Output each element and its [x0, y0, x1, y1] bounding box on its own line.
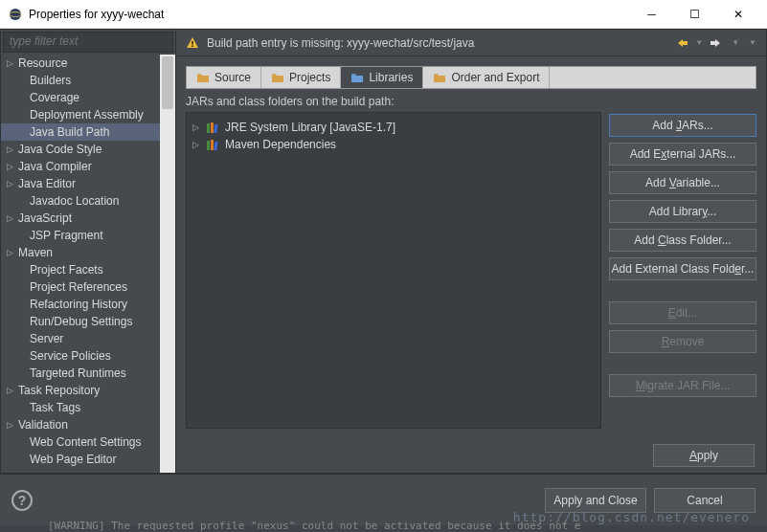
- remove-button: Remove: [609, 330, 756, 353]
- sidebar-item-resource[interactable]: ▷Resource: [1, 55, 175, 72]
- jar-item-label: Maven Dependencies: [225, 138, 336, 151]
- tree-arrow-icon: ▷: [7, 420, 18, 430]
- svg-rect-4: [207, 123, 210, 133]
- tree-arrow-icon: ▷: [7, 144, 18, 154]
- sidebar-item-label: Java Build Path: [30, 125, 109, 139]
- add-external-class-folder-button[interactable]: Add External Class Folder...: [609, 257, 756, 280]
- sidebar-item-targeted-runtimes[interactable]: Targeted Runtimes: [1, 365, 175, 382]
- warning-bar: Build path entry is missing: xyyy-wechat…: [176, 30, 766, 56]
- tab-libraries[interactable]: Libraries: [341, 67, 423, 88]
- tree-arrow-icon: ▷: [7, 179, 18, 188]
- titlebar: Properties for xyyy-wechat ─ ☐ ✕: [0, 0, 767, 29]
- sidebar-item-task-tags[interactable]: Task Tags: [1, 399, 175, 416]
- view-menu-icon[interactable]: ▼: [749, 38, 756, 47]
- apply-button[interactable]: Apply: [653, 444, 755, 467]
- properties-tree[interactable]: ▷ResourceBuildersCoverageDeployment Asse…: [1, 55, 175, 473]
- close-button[interactable]: ✕: [716, 1, 759, 28]
- cancel-button[interactable]: Cancel: [654, 488, 756, 513]
- scrollbar-thumb[interactable]: [162, 56, 173, 109]
- tab-icon: [433, 72, 446, 83]
- library-icon: [206, 139, 221, 151]
- sidebar-item-label: Project References: [30, 280, 127, 294]
- tab-icon: [350, 72, 364, 83]
- nav-back-dropdown[interactable]: ▼: [695, 38, 703, 47]
- tree-arrow-icon: ▷: [7, 162, 18, 171]
- tree-scrollbar[interactable]: [160, 55, 175, 473]
- sidebar-item-label: Refactoring History: [30, 298, 127, 311]
- sidebar-item-java-editor[interactable]: ▷Java Editor: [1, 175, 175, 192]
- sidebar-item-refactoring-history[interactable]: Refactoring History: [1, 296, 175, 313]
- sidebar-item-label: Service Policies: [30, 349, 111, 363]
- add-library-button[interactable]: Add Library...: [609, 200, 756, 223]
- sidebar-item-project-facets[interactable]: Project Facets: [1, 261, 175, 278]
- sidebar-item-java-compiler[interactable]: ▷Java Compiler: [1, 158, 175, 175]
- add-jars-button[interactable]: Add JARs...: [609, 114, 756, 137]
- sidebar-item-javadoc-location[interactable]: Javadoc Location: [1, 192, 175, 210]
- help-icon[interactable]: ?: [11, 490, 33, 511]
- jar-item[interactable]: ▷Maven Dependencies: [192, 136, 595, 153]
- sidebar-item-label: Builders: [30, 74, 71, 87]
- sidebar-item-maven[interactable]: ▷Maven: [1, 244, 175, 261]
- tree-arrow-icon: ▷: [7, 213, 18, 223]
- sidebar-item-task-repository[interactable]: ▷Task Repository: [1, 382, 175, 399]
- tree-arrow-icon: ▷: [7, 58, 18, 68]
- sidebar-item-label: Deployment Assembly: [30, 108, 144, 122]
- sidebar-item-label: Project Facets: [30, 263, 103, 277]
- svg-rect-8: [211, 140, 214, 150]
- jar-section-label: JARs and class folders on the build path…: [186, 95, 601, 108]
- svg-rect-7: [207, 141, 210, 150]
- nav-forward-dropdown[interactable]: ▼: [732, 38, 739, 47]
- svg-point-0: [10, 9, 21, 20]
- sidebar-item-web-page-editor[interactable]: Web Page Editor: [1, 451, 175, 468]
- add-external-jars-button[interactable]: Add External JARs...: [609, 143, 756, 166]
- sidebar-item-label: JSP Fragment: [30, 229, 102, 242]
- filter-input[interactable]: [10, 34, 167, 48]
- tabs-bar: SourceProjectsLibrariesOrder and Export: [186, 66, 756, 89]
- svg-rect-3: [192, 45, 193, 47]
- add-class-folder-button[interactable]: Add Class Folder...: [609, 229, 756, 252]
- sidebar-item-builders[interactable]: Builders: [1, 72, 175, 89]
- sidebar-item-java-code-style[interactable]: ▷Java Code Style: [1, 141, 175, 158]
- expand-arrow-icon[interactable]: ▷: [192, 122, 202, 132]
- sidebar-item-server[interactable]: Server: [1, 330, 175, 347]
- sidebar-item-label: Maven: [18, 246, 53, 259]
- expand-arrow-icon[interactable]: ▷: [192, 140, 202, 149]
- add-variable-button[interactable]: Add Variable...: [609, 171, 756, 194]
- jar-item[interactable]: ▷JRE System Library [JavaSE-1.7]: [192, 119, 595, 136]
- jar-item-label: JRE System Library [JavaSE-1.7]: [225, 121, 395, 134]
- maximize-button[interactable]: ☐: [673, 1, 716, 28]
- sidebar-item-run-debug-settings[interactable]: Run/Debug Settings: [1, 313, 175, 330]
- svg-rect-5: [211, 122, 214, 133]
- tab-order-and-export[interactable]: Order and Export: [423, 67, 550, 88]
- sidebar-item-web-content-settings[interactable]: Web Content Settings: [1, 433, 175, 451]
- svg-rect-6: [214, 123, 217, 132]
- svg-rect-9: [214, 141, 217, 149]
- sidebar-item-java-build-path[interactable]: Java Build Path: [1, 123, 175, 141]
- jar-tree[interactable]: ▷JRE System Library [JavaSE-1.7]▷Maven D…: [186, 112, 601, 429]
- warning-icon: [186, 36, 199, 50]
- tree-arrow-icon: ▷: [7, 386, 18, 395]
- tab-projects[interactable]: Projects: [261, 67, 341, 88]
- sidebar-item-project-references[interactable]: Project References: [1, 278, 175, 296]
- nav-forward-icon[interactable]: [709, 36, 726, 50]
- sidebar-item-label: Java Code Style: [18, 143, 102, 156]
- sidebar-item-validation[interactable]: ▷Validation: [1, 416, 175, 433]
- migrate-jar-button: Migrate JAR File...: [609, 374, 756, 397]
- sidebar-item-jsp-fragment[interactable]: JSP Fragment: [1, 227, 175, 244]
- apply-close-button[interactable]: Apply and Close: [545, 488, 646, 513]
- minimize-button[interactable]: ─: [630, 1, 673, 28]
- sidebar-item-label: Validation: [18, 418, 68, 432]
- sidebar-item-label: Run/Debug Settings: [30, 315, 132, 328]
- sidebar-item-coverage[interactable]: Coverage: [1, 89, 175, 106]
- sidebar-item-label: Web Page Editor: [30, 453, 117, 466]
- filter-box[interactable]: [3, 32, 173, 53]
- sidebar-item-service-policies[interactable]: Service Policies: [1, 347, 175, 365]
- sidebar-item-label: Task Tags: [30, 401, 80, 414]
- tab-source[interactable]: Source: [187, 67, 261, 88]
- sidebar-item-label: Web Content Settings: [30, 435, 142, 449]
- nav-back-icon[interactable]: [672, 36, 689, 50]
- edit-button: Edit...: [609, 301, 756, 324]
- sidebar-item-javascript[interactable]: ▷JavaScript: [1, 210, 175, 227]
- sidebar-item-deployment-assembly[interactable]: Deployment Assembly: [1, 106, 175, 123]
- eclipse-icon: [8, 7, 23, 22]
